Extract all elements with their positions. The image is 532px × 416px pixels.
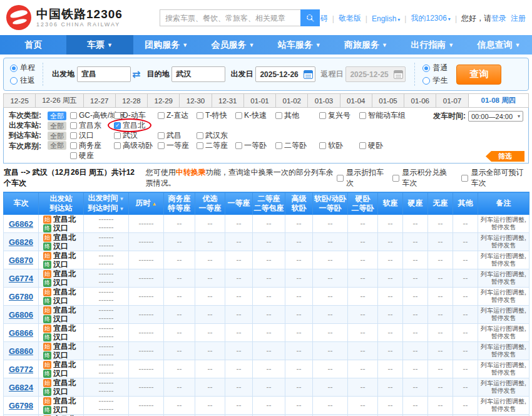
checkbox[interactable] bbox=[70, 122, 77, 129]
link-accessible[interactable]: 无障碍 bbox=[305, 13, 328, 24]
date-tab[interactable]: 12-28 bbox=[116, 93, 148, 108]
nav-item-团购服务[interactable]: 团购服务▼ bbox=[133, 35, 200, 55]
checkbox[interactable] bbox=[359, 142, 366, 149]
filter-option[interactable]: 武昌 bbox=[158, 131, 182, 140]
checkbox[interactable] bbox=[158, 142, 165, 149]
link-english[interactable]: English▾ bbox=[372, 14, 400, 23]
filter-option[interactable]: 一等卧 bbox=[235, 141, 267, 150]
filter-option[interactable]: 宜昌北 bbox=[114, 121, 145, 130]
filter-option[interactable]: 智能动车组 bbox=[359, 111, 406, 120]
filter-option[interactable]: K-快速 bbox=[235, 111, 267, 120]
filter-option[interactable]: Z-直达 bbox=[158, 111, 188, 120]
date-tab[interactable]: 01-02 bbox=[276, 93, 308, 108]
date-tab[interactable]: 01-01 bbox=[244, 93, 276, 108]
nav-item-出行指南[interactable]: 出行指南▼ bbox=[399, 35, 466, 55]
depart-time-select[interactable]: 00:00—24:00▾ bbox=[468, 111, 523, 122]
nav-item-信息查询[interactable]: 信息查询▼ bbox=[466, 35, 532, 55]
sort-icon[interactable]: ▼ bbox=[120, 206, 125, 212]
filter-option[interactable]: 武汉东 bbox=[197, 131, 228, 140]
checkbox[interactable] bbox=[197, 142, 203, 149]
summary-toggle[interactable]: 显示全部可预订车次 bbox=[461, 167, 528, 189]
filter-all-toggle[interactable]: 全部 bbox=[48, 141, 66, 150]
checkbox[interactable] bbox=[275, 112, 282, 119]
column-header[interactable]: 高级软卧 bbox=[285, 192, 313, 215]
nav-item-商旅服务[interactable]: 商旅服务▼ bbox=[332, 35, 399, 55]
checkbox[interactable] bbox=[70, 132, 77, 139]
calendar-icon[interactable] bbox=[304, 70, 313, 79]
from-station-input[interactable] bbox=[77, 66, 131, 82]
query-button[interactable]: 查询 bbox=[456, 65, 501, 85]
column-header[interactable]: 一等座 bbox=[225, 192, 253, 215]
filter-option[interactable]: T-特快 bbox=[197, 111, 227, 120]
column-header[interactable]: 优选一等座 bbox=[195, 192, 225, 215]
swap-stations-icon[interactable]: ⇄ bbox=[132, 68, 140, 80]
login-link[interactable]: 登录 bbox=[491, 14, 506, 23]
date-tab[interactable]: 01-07 bbox=[436, 93, 468, 108]
round-trip-radio[interactable]: 往返 bbox=[10, 75, 35, 86]
filter-option[interactable]: 宜昌东 bbox=[70, 121, 101, 130]
date-tab[interactable]: 01-04 bbox=[340, 93, 372, 108]
column-header[interactable]: 出发站到达站 bbox=[39, 192, 84, 215]
to-station-input[interactable] bbox=[171, 66, 225, 82]
register-link[interactable]: 注册 bbox=[511, 13, 526, 24]
checkbox[interactable] bbox=[114, 122, 121, 129]
checkbox[interactable] bbox=[70, 152, 77, 159]
filter-option[interactable]: 一等座 bbox=[158, 141, 189, 150]
filter-option[interactable]: 硬卧 bbox=[359, 141, 383, 150]
checkbox[interactable] bbox=[319, 112, 326, 119]
column-header[interactable]: 无座 bbox=[428, 192, 453, 215]
link-elder[interactable]: 敬老版 bbox=[339, 13, 361, 24]
sort-icon[interactable]: ▲ bbox=[152, 201, 157, 207]
filter-option[interactable]: D-动车 bbox=[114, 111, 146, 120]
checkbox[interactable] bbox=[70, 112, 77, 119]
checkbox[interactable] bbox=[158, 112, 165, 119]
filter-option[interactable]: 汉口 bbox=[70, 131, 94, 140]
train-link[interactable]: G6780 bbox=[9, 292, 33, 301]
date-tab[interactable]: 12-26 周五 bbox=[36, 93, 83, 108]
train-link[interactable]: G6862 bbox=[9, 219, 33, 229]
column-header[interactable]: 出发时间▼到达时间▼ bbox=[84, 192, 129, 215]
checkbox[interactable] bbox=[114, 112, 121, 119]
date-tab[interactable]: 12-30 bbox=[180, 93, 212, 108]
train-link[interactable]: G6826 bbox=[9, 237, 33, 247]
train-link[interactable]: G6866 bbox=[9, 328, 33, 338]
checkbox[interactable] bbox=[359, 112, 366, 119]
checkbox[interactable] bbox=[337, 175, 344, 182]
column-header[interactable]: 二等座二等包座 bbox=[253, 192, 285, 215]
filter-all-toggle[interactable]: 全部 bbox=[48, 132, 66, 140]
summary-toggle[interactable]: 显示积分兑换车次 bbox=[392, 167, 453, 189]
checkbox[interactable] bbox=[70, 142, 77, 149]
filter-option[interactable]: 商务座 bbox=[70, 141, 101, 150]
checkbox[interactable] bbox=[461, 175, 468, 182]
date-tab[interactable]: 01-08 周四 bbox=[469, 93, 529, 108]
checkbox[interactable] bbox=[392, 175, 399, 182]
column-header[interactable]: 商务座特等座 bbox=[164, 192, 195, 215]
train-link[interactable]: G6798 bbox=[9, 401, 33, 410]
filter-option[interactable]: 硬座 bbox=[70, 151, 94, 160]
nav-item-车票[interactable]: 车票▼ bbox=[66, 35, 133, 55]
checkbox[interactable] bbox=[319, 142, 326, 149]
checkbox[interactable] bbox=[197, 132, 203, 139]
date-tab[interactable]: 01-03 bbox=[308, 93, 340, 108]
nav-item-首页[interactable]: 首页 bbox=[0, 35, 66, 55]
column-header[interactable]: 硬座 bbox=[403, 192, 428, 215]
checkbox[interactable] bbox=[158, 132, 165, 139]
column-header[interactable]: 其他 bbox=[453, 192, 478, 215]
train-link[interactable]: G6870 bbox=[9, 256, 33, 265]
filter-option[interactable]: 高级动卧 bbox=[114, 141, 153, 150]
filter-apply-button[interactable]: 筛选 bbox=[486, 151, 524, 162]
filter-option[interactable]: 二等座 bbox=[197, 141, 228, 150]
filter-option[interactable]: 武汉 bbox=[114, 131, 138, 140]
filter-option[interactable]: 其他 bbox=[275, 111, 299, 120]
train-link[interactable]: G6806 bbox=[9, 310, 33, 320]
column-header[interactable]: 车次 bbox=[4, 192, 39, 215]
date-tab[interactable]: 01-05 bbox=[372, 93, 404, 108]
transfer-link[interactable]: 中转换乘 bbox=[176, 168, 206, 177]
date-tab[interactable]: 12-31 bbox=[212, 93, 244, 108]
summary-toggle[interactable]: 显示折扣车次 bbox=[337, 167, 384, 189]
filter-option[interactable]: 软卧 bbox=[319, 141, 343, 150]
nav-item-站车服务[interactable]: 站车服务▼ bbox=[266, 35, 332, 55]
column-header[interactable]: 备注 bbox=[478, 192, 529, 215]
column-header[interactable]: 历时▲ bbox=[129, 192, 164, 215]
train-link[interactable]: G6824 bbox=[9, 383, 33, 392]
